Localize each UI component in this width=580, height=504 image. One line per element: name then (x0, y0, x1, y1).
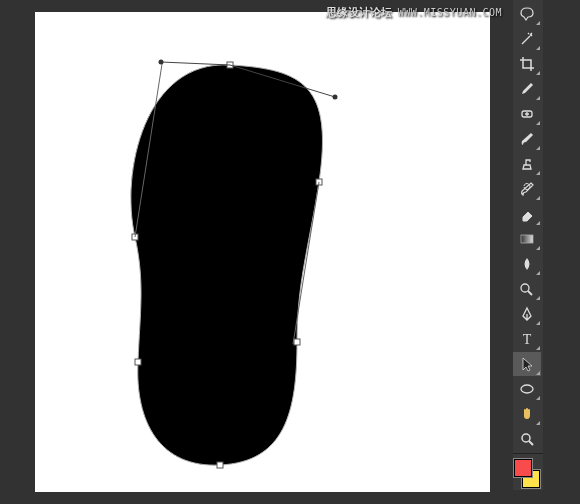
watermark-url: WWW.MISSYUAN.COM (398, 7, 502, 18)
healing-brush-tool[interactable] (513, 102, 541, 126)
svg-point-9 (333, 95, 338, 100)
eraser-tool[interactable] (513, 202, 541, 226)
dodge-tool[interactable] (513, 277, 541, 301)
history-brush-tool[interactable] (513, 177, 541, 201)
pen-tool[interactable] (513, 302, 541, 326)
brush-tool[interactable] (513, 127, 541, 151)
svg-point-12 (530, 34, 532, 36)
watermark: 思缘设计论坛 WWW.MISSYUAN.COM (326, 5, 502, 20)
canvas-area[interactable] (35, 12, 490, 492)
hand-tool[interactable] (513, 402, 541, 426)
svg-rect-3 (294, 339, 300, 345)
svg-rect-14 (521, 235, 533, 243)
toolbar-divider (513, 453, 543, 454)
svg-rect-5 (135, 359, 141, 365)
svg-rect-4 (217, 462, 223, 468)
clone-stamp-tool[interactable] (513, 152, 541, 176)
svg-text:T: T (523, 332, 532, 347)
crop-tool[interactable] (513, 52, 541, 76)
svg-line-6 (161, 62, 230, 65)
canvas-svg (35, 12, 490, 492)
color-swatches[interactable] (513, 458, 541, 490)
svg-point-15 (521, 284, 529, 292)
watermark-cn: 思缘设计论坛 (326, 5, 392, 20)
path-selection-tool[interactable] (513, 352, 541, 376)
zoom-tool[interactable] (513, 427, 541, 451)
gradient-tool[interactable] (513, 227, 541, 251)
svg-point-17 (521, 385, 533, 393)
lasso-tool[interactable] (513, 2, 541, 26)
foreground-color-swatch[interactable] (514, 459, 532, 477)
vector-shape[interactable] (131, 65, 323, 465)
svg-point-8 (159, 60, 164, 65)
type-tool[interactable]: T (513, 327, 541, 351)
eyedropper-tool[interactable] (513, 77, 541, 101)
svg-point-18 (522, 434, 530, 442)
magic-wand-tool[interactable] (513, 27, 541, 51)
blur-tool[interactable] (513, 252, 541, 276)
toolbar: T (513, 0, 543, 490)
shape-tool[interactable] (513, 377, 541, 401)
